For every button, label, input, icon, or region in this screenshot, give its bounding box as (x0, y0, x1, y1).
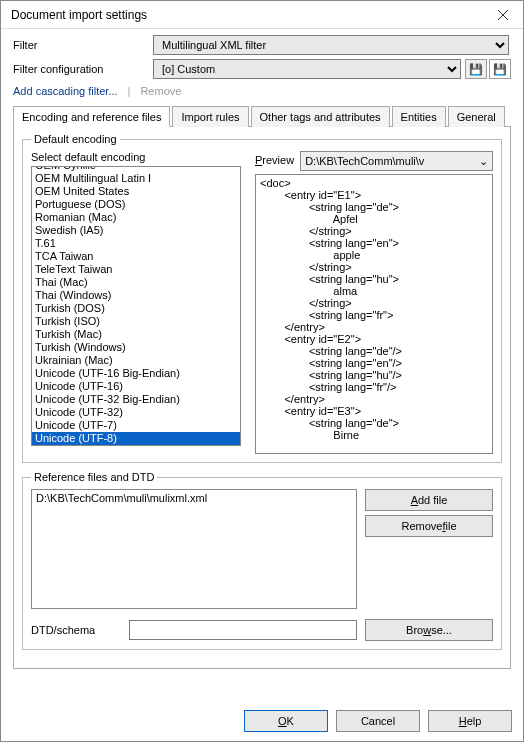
list-item[interactable]: Portuguese (DOS) (32, 198, 240, 211)
list-item[interactable]: Swedish (IA5) (32, 224, 240, 237)
list-item[interactable]: Unicode (UTF-16 Big-Endian) (32, 367, 240, 380)
close-button[interactable] (483, 1, 523, 29)
list-item[interactable]: Unicode (UTF-8) (32, 432, 240, 445)
dtd-input[interactable] (129, 620, 357, 640)
filter-select[interactable]: Multilingual XML filter (153, 35, 509, 55)
reference-group: Reference files and DTD D:\KB\TechComm\m… (22, 471, 502, 650)
tab-general[interactable]: General (448, 106, 505, 127)
tab-import-rules[interactable]: Import rules (172, 106, 248, 127)
add-cascading-link[interactable]: Add cascading filter... (13, 85, 118, 97)
tabs: Encoding and reference files Import rule… (13, 105, 511, 127)
help-button[interactable]: Help (428, 710, 512, 732)
list-item[interactable]: Turkish (Mac) (32, 328, 240, 341)
reference-legend: Reference files and DTD (31, 471, 157, 483)
remove-file-button[interactable]: Remove file (365, 515, 493, 537)
list-item[interactable]: Romanian (Mac) (32, 211, 240, 224)
save-config-button[interactable]: 💾 (465, 59, 487, 79)
titlebar: Document import settings (1, 1, 523, 29)
ok-button[interactable]: OK (244, 710, 328, 732)
tab-encoding[interactable]: Encoding and reference files (13, 106, 170, 127)
list-item[interactable]: Unicode (UTF-32 Big-Endian) (32, 393, 240, 406)
default-encoding-group: Default encoding Select default encoding… (22, 133, 502, 463)
preview-path: D:\KB\TechComm\muli\v (305, 155, 424, 167)
preview-label: Preview (255, 154, 294, 166)
chevron-down-icon: ⌄ (479, 155, 488, 168)
list-item[interactable]: Unicode (UTF-7) (32, 419, 240, 432)
select-encoding-label: Select default encoding (31, 151, 145, 163)
list-item[interactable]: TeleText Taiwan (32, 263, 240, 276)
dtd-label: DTD/schema (31, 624, 121, 636)
list-item[interactable]: Thai (Windows) (32, 289, 240, 302)
window-title: Document import settings (11, 8, 483, 22)
cancel-button[interactable]: Cancel (336, 710, 420, 732)
list-item[interactable]: D:\KB\TechComm\muli\mulixml.xml (36, 492, 352, 504)
list-item[interactable]: Turkish (DOS) (32, 302, 240, 315)
filter-config-select[interactable]: [o] Custom (153, 59, 461, 79)
tab-entities[interactable]: Entities (392, 106, 446, 127)
separator: | (128, 85, 131, 97)
preview-file-select[interactable]: D:\KB\TechComm\muli\v ⌄ (300, 151, 493, 171)
list-item[interactable]: Unicode (UTF-32) (32, 406, 240, 419)
browse-button[interactable]: Browse... (365, 619, 493, 641)
tab-other-tags[interactable]: Other tags and attributes (251, 106, 390, 127)
encoding-listbox[interactable]: OEM CyrillicOEM Multilingual Latin IOEM … (31, 166, 241, 446)
list-item[interactable]: Turkish (ISO) (32, 315, 240, 328)
list-item[interactable]: OEM Multilingual Latin I (32, 172, 240, 185)
floppy-star-icon: 💾 (493, 63, 507, 76)
list-item[interactable]: OEM United States (32, 185, 240, 198)
list-item[interactable]: TCA Taiwan (32, 250, 240, 263)
new-config-button[interactable]: 💾 (489, 59, 511, 79)
list-item[interactable]: T.61 (32, 237, 240, 250)
floppy-icon: 💾 (469, 63, 483, 76)
list-item[interactable]: Thai (Mac) (32, 276, 240, 289)
reference-files-list[interactable]: D:\KB\TechComm\muli\mulixml.xml (31, 489, 357, 609)
add-file-button[interactable]: Add file (365, 489, 493, 511)
filter-config-label: Filter configuration (13, 63, 153, 75)
close-icon (498, 10, 508, 20)
filter-label: Filter (13, 39, 153, 51)
default-encoding-legend: Default encoding (31, 133, 120, 145)
list-item[interactable]: Turkish (Windows) (32, 341, 240, 354)
preview-box: <doc> <entry id="E1"> <string lang="de">… (255, 174, 493, 454)
remove-link: Remove (140, 85, 181, 97)
list-item[interactable]: Ukrainian (Mac) (32, 354, 240, 367)
list-item[interactable]: Unicode (UTF-16) (32, 380, 240, 393)
